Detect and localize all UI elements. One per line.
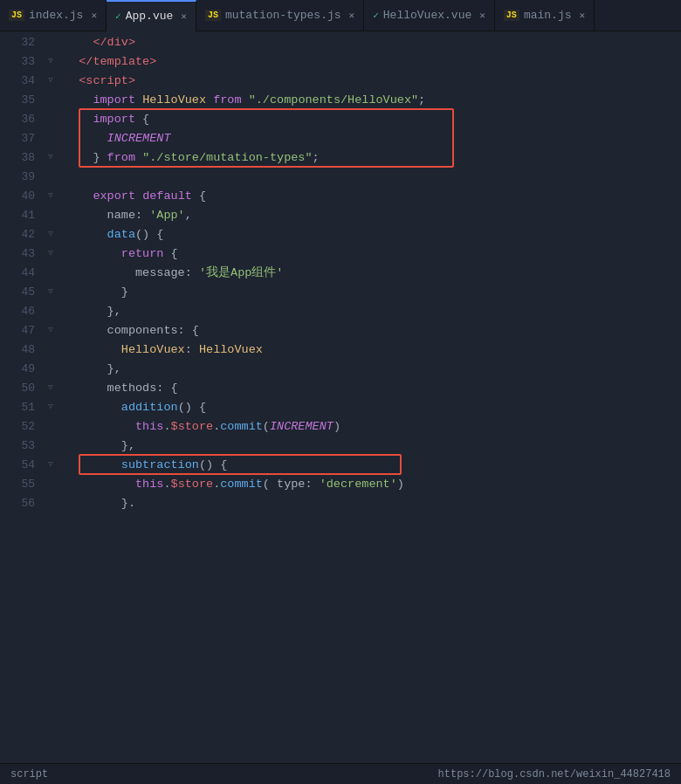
gutter-47[interactable]: ▽ (44, 320, 58, 339)
tab-hellovuex[interactable]: ✓ HelloVuex.vue ✕ (364, 0, 495, 31)
code-content[interactable]: </div> </template> <script> import Hello… (58, 31, 681, 513)
code-text: { (163, 244, 177, 264)
tab-main-js[interactable]: JS main.js ✕ (495, 0, 595, 31)
gutter-38[interactable]: ▽ (44, 147, 58, 166)
code-text (65, 33, 93, 52)
tab-close-icon[interactable]: ✕ (579, 10, 585, 21)
code-text (242, 91, 249, 110)
code-text: 'decrement' (320, 475, 397, 494)
code-text: name: (65, 206, 149, 225)
code-text (65, 417, 135, 437)
code-text (65, 225, 107, 244)
gutter-35 (44, 89, 58, 108)
gutter-54[interactable]: ▽ (44, 454, 58, 473)
code-text: from (213, 91, 241, 110)
code-text (65, 244, 121, 264)
tab-close-icon[interactable]: ✕ (181, 10, 187, 22)
code-text: { (192, 187, 206, 206)
tab-index-js[interactable]: JS index.js ✕ (0, 0, 107, 31)
code-text: return (121, 244, 164, 264)
code-text: } (65, 148, 107, 168)
code-text: "./store/mutation-types" (142, 148, 312, 168)
tab-close-icon[interactable]: ✕ (479, 10, 485, 21)
tab-app-vue[interactable]: ✓ App.vue ✕ (107, 0, 196, 31)
tab-close-icon[interactable]: ✕ (91, 10, 97, 21)
line-numbers: 32 33 34 35 36 37 38 39 40 41 42 43 44 4… (0, 31, 44, 763)
code-text: () { (135, 225, 163, 244)
gutter-53 (44, 435, 58, 454)
code-text: import (93, 110, 135, 129)
line-num-37: 37 (0, 129, 35, 148)
code-text (65, 398, 121, 417)
code-text: </div> (93, 33, 135, 52)
code-area: 32 33 34 35 36 37 38 39 40 41 42 43 44 4… (0, 31, 681, 763)
code-text: data (107, 225, 135, 244)
line-num-49: 49 (0, 360, 35, 379)
code-text: this (135, 417, 163, 437)
line-num-46: 46 (0, 302, 35, 321)
gutter-37 (44, 127, 58, 147)
gutter-40[interactable]: ▽ (44, 185, 58, 204)
code-text: { (135, 110, 149, 129)
code-text: HelloVuex (199, 340, 263, 360)
code-wrapper: </div> </template> <script> import Hello… (58, 31, 681, 763)
code-text (65, 110, 93, 129)
code-text (65, 475, 135, 494)
line-num-34: 34 (0, 72, 35, 91)
code-text (65, 129, 107, 148)
code-text: components: { (65, 321, 199, 340)
code-text: () { (178, 398, 206, 417)
gutter-42[interactable]: ▽ (44, 224, 58, 243)
code-text (65, 187, 93, 206)
code-text: default (142, 187, 192, 206)
code-text: . (163, 417, 170, 437)
tab-mutation-types[interactable]: JS mutation-types.js ✕ (196, 0, 364, 31)
code-line-55: this.$store.commit( type: 'decrement') (65, 475, 681, 494)
code-line-45: } (65, 283, 681, 302)
js-icon: JS (205, 10, 221, 21)
gutter-33[interactable]: ▽ (44, 51, 58, 70)
code-text: INCREMENT (270, 417, 334, 437)
code-text: }, (65, 360, 121, 379)
code-line-52: this.$store.commit(INCREMENT) (65, 417, 681, 437)
gutter-50[interactable]: ▽ (44, 377, 58, 396)
gutter-51[interactable]: ▽ (44, 396, 58, 416)
vue-icon: ✓ (115, 10, 121, 22)
code-text: }, (65, 302, 121, 321)
gutter-43[interactable]: ▽ (44, 243, 58, 262)
status-left: script (10, 768, 48, 781)
code-line-54: subtraction() { (65, 456, 681, 475)
code-text: , (185, 206, 192, 225)
line-num-40: 40 (0, 187, 35, 206)
code-text: 'App' (149, 206, 185, 225)
line-num-47: 47 (0, 321, 35, 340)
js-icon: JS (504, 10, 519, 21)
code-text (65, 456, 121, 475)
code-line-46: }, (65, 302, 681, 321)
gutter-45[interactable]: ▽ (44, 281, 58, 300)
code-text (65, 52, 79, 72)
line-num-41: 41 (0, 206, 35, 225)
code-line-33: </template> (65, 52, 681, 72)
code-text: import (93, 91, 135, 110)
line-num-56: 56 (0, 494, 35, 513)
code-text (206, 91, 213, 110)
code-text: ) (334, 417, 340, 437)
gutter-55 (44, 473, 58, 492)
tab-close-icon[interactable]: ✕ (349, 10, 355, 21)
gutter-56 (44, 492, 58, 512)
code-text: ; (313, 148, 320, 168)
gutter-41 (44, 204, 58, 224)
gutter-39 (44, 166, 58, 185)
code-line-40: export default { (65, 187, 681, 206)
code-line-41: name: 'App', (65, 206, 681, 225)
code-text: () { (199, 456, 227, 475)
editor-container: JS index.js ✕ ✓ App.vue ✕ JS mutation-ty… (0, 0, 681, 784)
gutter: ▽ ▽ ▽ ▽ ▽ ▽ ▽ ▽ ▽ ▽ ▽ (44, 31, 58, 763)
gutter-34[interactable]: ▽ (44, 70, 58, 89)
code-line-38: } from "./store/mutation-types"; (65, 148, 681, 168)
code-line-37: INCREMENT (65, 129, 681, 148)
gutter-46 (44, 300, 58, 320)
code-line-49: }, (65, 360, 681, 379)
code-line-32: </div> (65, 33, 681, 52)
